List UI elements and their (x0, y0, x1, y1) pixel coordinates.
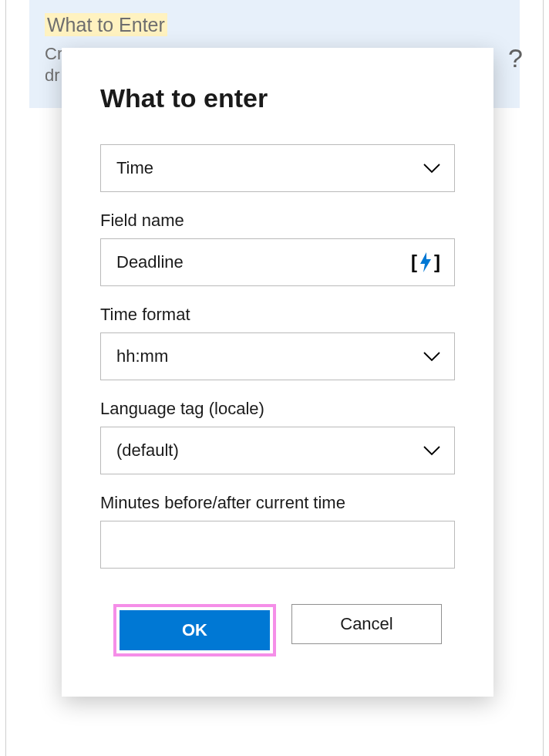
field-name-label: Field name (100, 211, 455, 231)
chevron-down-icon (423, 160, 440, 177)
time-format-value: hh:mm (116, 346, 423, 366)
locale-select[interactable]: (default) (100, 427, 455, 474)
field-name-input[interactable]: Deadline [ ] (100, 238, 455, 286)
type-select-value: Time (116, 158, 423, 178)
dialog-buttons: OK Cancel (100, 604, 455, 656)
minutes-offset-label: Minutes before/after current time (100, 493, 455, 513)
time-format-group: Time format hh:mm (100, 305, 455, 380)
help-icon[interactable]: ? (508, 43, 523, 73)
dialog-title: What to enter (100, 83, 455, 113)
field-name-group: Field name Deadline [ ] (100, 211, 455, 286)
left-panel-border (5, 0, 6, 756)
type-select[interactable]: Time (100, 144, 455, 192)
time-format-select[interactable]: hh:mm (100, 332, 455, 380)
ok-button[interactable]: OK (120, 610, 270, 650)
locale-value: (default) (116, 440, 423, 461)
variable-bolt-icon[interactable]: [ ] (411, 251, 440, 274)
locale-group: Language tag (locale) (default) (100, 399, 455, 474)
right-panel-border (543, 0, 544, 756)
locale-label: Language tag (locale) (100, 399, 455, 419)
background-highlighted-title: What to Enter (45, 13, 167, 36)
chevron-down-icon (423, 348, 440, 365)
minutes-offset-group: Minutes before/after current time (100, 493, 455, 569)
type-group: Time (100, 144, 455, 192)
time-format-label: Time format (100, 305, 455, 325)
chevron-down-icon (423, 442, 440, 459)
what-to-enter-dialog: What to enter Time Field name Deadline [… (62, 48, 493, 697)
field-name-value: Deadline (116, 252, 411, 272)
cancel-button[interactable]: Cancel (291, 604, 442, 644)
ok-highlight-frame: OK (113, 604, 276, 656)
minutes-offset-input[interactable] (100, 521, 455, 569)
